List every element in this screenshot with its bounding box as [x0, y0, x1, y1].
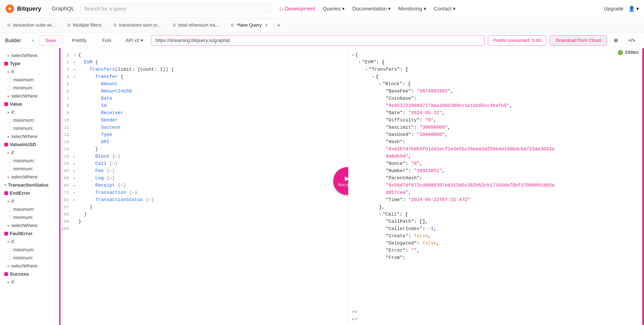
gear-icon: ⚙	[172, 22, 176, 28]
table-view-button[interactable]: ⊞	[610, 35, 622, 46]
collapse-button[interactable]: «	[30, 38, 36, 43]
api-version-select[interactable]: API v2 ▾	[121, 35, 148, 46]
sidebar-item-enderror-if[interactable]: ▸ if:	[0, 197, 59, 205]
code-view-button[interactable]: </>	[625, 35, 639, 46]
json-line: "Time": "2024-05-22T07:11:47Z"	[352, 196, 636, 204]
json-line: "0x56d7df672cdd888397eb313d5c382b53cb171…	[352, 182, 636, 189]
sidebar-item-valueinusd-selectwhere[interactable]: ▸ selectWhere:	[0, 173, 59, 181]
expand-icon[interactable]: ↗↙	[352, 308, 358, 314]
code-editor[interactable]: 1 ▾ { 2 ▾ EVM { 3 ▾ Transfers(limit: {co…	[60, 48, 348, 325]
nav-documentation[interactable]: Documentation ▾	[352, 6, 390, 12]
json-line: "Date": "2024-05-22",	[352, 110, 636, 117]
code-line-7: 7 Data	[60, 95, 348, 102]
checkbox[interactable]	[8, 167, 12, 171]
sidebar-item-valueinusd-min[interactable]: minimum:	[0, 165, 59, 173]
code-line-5: 5 Amount	[60, 80, 348, 88]
sidebar-item-valueinusd-if[interactable]: ▸ if:	[0, 149, 59, 157]
checkbox[interactable]	[8, 248, 12, 252]
save-button[interactable]: Save	[39, 35, 62, 46]
sidebar-item-value-selectwhere[interactable]: ▸ selectWhere:	[0, 132, 59, 140]
sidebar-item-valueinusd[interactable]: ValueInUSD	[0, 140, 59, 149]
sidebar-item-selectwhere-top[interactable]: ▸ selectWhere:	[0, 52, 59, 60]
tab-multiple-filters[interactable]: ⚙ Multiple filters	[62, 20, 107, 31]
url-input[interactable]: https://streaming.bitquery.io/graphql	[151, 35, 484, 46]
sidebar-item-value-if[interactable]: ▸ if:	[0, 108, 59, 116]
collapse-icon[interactable]: ▾	[352, 53, 354, 57]
checkbox-type[interactable]	[4, 62, 8, 66]
nav-links: ▷ Development Queries ▾ Documentation ▾ …	[280, 6, 456, 12]
prettify-button[interactable]: Prettify	[66, 35, 92, 46]
sidebar-item-type-if[interactable]: ▸ if:	[0, 68, 59, 76]
collapse-icon[interactable]: ▾	[359, 60, 361, 64]
json-line: "GasLimit": "30000000",	[352, 124, 636, 131]
sidebar-item-enderror-selectwhere[interactable]: ▸ selectWhere:	[0, 222, 59, 230]
results-area[interactable]: 🟢 398ms ▾{ ▾"EVM": { ▾"Transfers": [ ▾{ …	[348, 48, 644, 325]
code-line-98: 98 }	[60, 211, 348, 218]
checkbox-value[interactable]	[4, 102, 8, 106]
nav-queries[interactable]: Queries ▾	[323, 6, 345, 12]
checkbox[interactable]	[8, 256, 12, 260]
checkbox[interactable]	[8, 118, 12, 122]
code-line-15: 15 ▸ Block {↔}	[60, 153, 348, 160]
checkbox[interactable]	[8, 78, 12, 82]
checkbox[interactable]	[8, 126, 12, 130]
collapse-icon[interactable]: ▾	[366, 68, 368, 72]
sidebar-item-faulterror-if[interactable]: ▸ if:	[0, 238, 59, 246]
tab-total-ethereum[interactable]: ⚙ total ethereum tra...	[167, 20, 224, 31]
run-query-icon: ▶	[345, 175, 348, 182]
checkbox-valueinusd[interactable]	[4, 143, 8, 146]
sidebar-item-transactionstatus[interactable]: ▾ TransactionStatus	[0, 181, 59, 189]
chevron-right-icon: ▸	[8, 53, 10, 58]
download-from-cloud-button[interactable]: Download from Cloud	[550, 35, 607, 46]
sidebar-item-faulterror-max[interactable]: maximum:	[0, 246, 59, 254]
code-line-1: 1 ▾ {	[60, 52, 348, 59]
upgrade-button[interactable]: Upgrade	[604, 6, 623, 12]
tab-transaction-cube[interactable]: ⚙ tansaction cube wi...	[2, 20, 61, 31]
checkbox-enderror[interactable]	[4, 191, 8, 195]
sidebar-item-faulterror[interactable]: FaultError	[0, 230, 59, 238]
checkbox[interactable]	[8, 159, 12, 163]
sidebar-item-value[interactable]: Value	[0, 100, 59, 108]
sidebar-item-enderror-max[interactable]: maximum:	[0, 205, 59, 214]
expand-collapse-controls: ↗↙ ↙↗	[352, 308, 358, 322]
sidebar-item-enderror[interactable]: EndError	[0, 189, 59, 197]
checkbox[interactable]	[8, 208, 12, 211]
sidebar-item-type-min[interactable]: minimum:	[0, 84, 59, 92]
code-line-92: 92 ▸ TransactionStatus {↔}	[60, 196, 348, 204]
sidebar-item-enderror-min[interactable]: minimum:	[0, 214, 59, 222]
tab-add-button[interactable]: +	[274, 22, 283, 28]
nav-contact[interactable]: Contact ▾	[434, 6, 455, 12]
graphql-label: GraphQL	[52, 5, 74, 12]
collapse-icon[interactable]: ▾	[379, 212, 382, 216]
collapse-icon[interactable]: ▾	[372, 75, 374, 79]
sidebar-item-type[interactable]: Type	[0, 60, 59, 68]
checkbox[interactable]	[8, 216, 12, 219]
code-line-99: 99 }	[60, 218, 348, 225]
gear-icon: ⚙	[230, 22, 234, 28]
json-line: "Difficulty": "0",	[352, 117, 636, 124]
tab-close-icon[interactable]: ✕	[265, 22, 268, 28]
sidebar-item-faulterror-min[interactable]: minimum:	[0, 254, 59, 262]
sidebar-item-type-selectwhere[interactable]: ▸ selectWhere:	[0, 92, 59, 100]
sidebar-item-faulterror-selectwhere[interactable]: ▸ selectWhere:	[0, 262, 59, 270]
sidebar-item-valueinusd-max[interactable]: maximum:	[0, 157, 59, 165]
collapse-icon[interactable]: ↙↗	[352, 316, 358, 322]
tab-new-query[interactable]: ⚙ *New Query ✕	[225, 20, 274, 31]
checkbox-success[interactable]	[4, 272, 8, 276]
collapse-icon[interactable]: ▾	[379, 82, 382, 86]
json-line: "GasUsed": "30000000",	[352, 131, 636, 138]
checkbox[interactable]	[8, 86, 12, 90]
nav-development[interactable]: ▷ Development	[280, 6, 315, 12]
search-input[interactable]: Search for a query	[80, 3, 271, 14]
sidebar-item-success-if[interactable]: ▸ if:	[0, 278, 59, 286]
sidebar-item-type-max[interactable]: maximum:	[0, 76, 59, 84]
tabs-bar: ⚙ tansaction cube wi... ⚙ Multiple filte…	[0, 18, 644, 33]
fork-button[interactable]: Fork	[96, 35, 118, 46]
sidebar-item-value-min[interactable]: minimum:	[0, 124, 59, 132]
tab-transctions-sent[interactable]: ⚙ transctions sent or...	[108, 20, 166, 31]
sidebar-item-value-max[interactable]: maximum:	[0, 116, 59, 124]
nav-monitoring[interactable]: Monitoring ▾	[398, 6, 426, 12]
checkbox-faulterror[interactable]	[4, 232, 8, 236]
sidebar-item-success[interactable]: Success	[0, 270, 59, 278]
user-icon[interactable]: 👤 ▾	[628, 6, 639, 12]
